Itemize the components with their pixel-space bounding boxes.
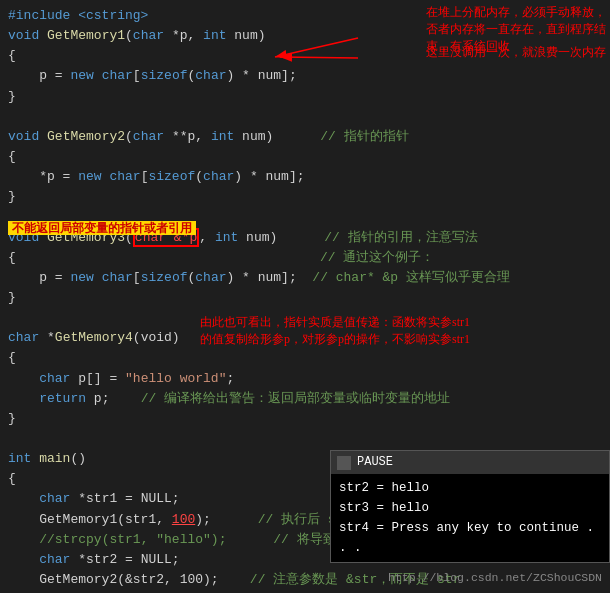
highlight-100: 100 <box>172 512 195 527</box>
terminal-line-1: str2 = hello <box>339 478 601 498</box>
code-line-14: p = new char[sizeof(char) * num]; // cha… <box>8 268 602 288</box>
code-line-21: } <box>8 409 602 429</box>
code-line-15: } <box>8 288 602 308</box>
terminal-window: PAUSE str2 = hello str3 = hello str4 = P… <box>330 450 610 563</box>
terminal-icon <box>337 456 351 470</box>
code-line-12: void GetMemory3(char &*p, int num) // 指针… <box>8 228 602 248</box>
code-line-8: { <box>8 147 602 167</box>
code-line-2: void GetMemory1(char *p, int num) <box>8 26 602 46</box>
code-line-17: char *GetMemory4(void) <box>8 328 602 348</box>
terminal-title-bar: PAUSE <box>331 451 609 474</box>
code-line-22 <box>8 429 602 449</box>
code-line-1: #include <cstring> <box>8 6 602 26</box>
code-line-7: void GetMemory2(char **p, int num) // 指针… <box>8 127 602 147</box>
code-line-19: char p[] = "hello world"; <box>8 369 602 389</box>
code-line-6 <box>8 107 602 127</box>
code-line-18: { <box>8 348 602 368</box>
code-line-16 <box>8 308 602 328</box>
code-line-5: } <box>8 87 602 107</box>
highlighted-charamp: char &*p <box>133 228 199 247</box>
terminal-line-3: str4 = Press any key to continue . . . <box>339 518 601 558</box>
footer-url: http://blog.csdn.net/ZCShouCSDN <box>388 569 602 587</box>
terminal-line-2: str3 = hello <box>339 498 601 518</box>
terminal-body: str2 = hello str3 = hello str4 = Press a… <box>331 474 609 562</box>
code-line-20: return p; // 编译将给出警告：返回局部变量或临时变量的地址 <box>8 389 602 409</box>
code-line-10: } <box>8 187 602 207</box>
code-area: #include <cstring> void GetMemory1(char … <box>0 0 610 593</box>
terminal-title-text: PAUSE <box>357 453 393 472</box>
code-line-9: *p = new char[sizeof(char) * num]; <box>8 167 602 187</box>
code-line-4: p = new char[sizeof(char) * num]; <box>8 66 602 86</box>
code-line-3: { <box>8 46 602 66</box>
code-line-11 <box>8 207 602 227</box>
code-line-13: { // 通过这个例子： <box>8 248 602 268</box>
